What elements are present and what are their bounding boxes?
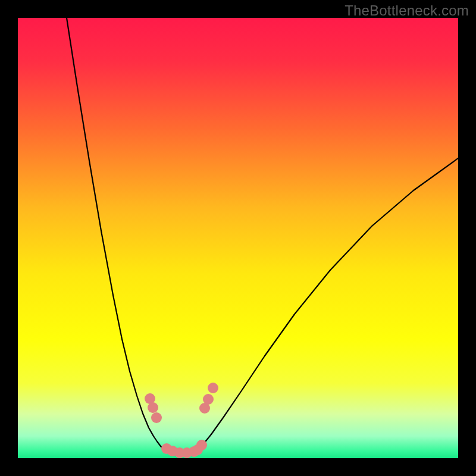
curve-layer bbox=[18, 18, 458, 458]
outer-frame: TheBottleneck.com bbox=[0, 0, 476, 476]
marker-dot bbox=[196, 440, 207, 450]
bottleneck-curve bbox=[67, 18, 458, 453]
marker-dot bbox=[203, 394, 214, 405]
marker-dot bbox=[151, 412, 162, 423]
marker-group bbox=[145, 383, 218, 458]
watermark-text: TheBottleneck.com bbox=[345, 2, 469, 19]
marker-dot bbox=[148, 402, 158, 413]
marker-dot bbox=[208, 383, 218, 393]
plot-area bbox=[18, 18, 458, 458]
